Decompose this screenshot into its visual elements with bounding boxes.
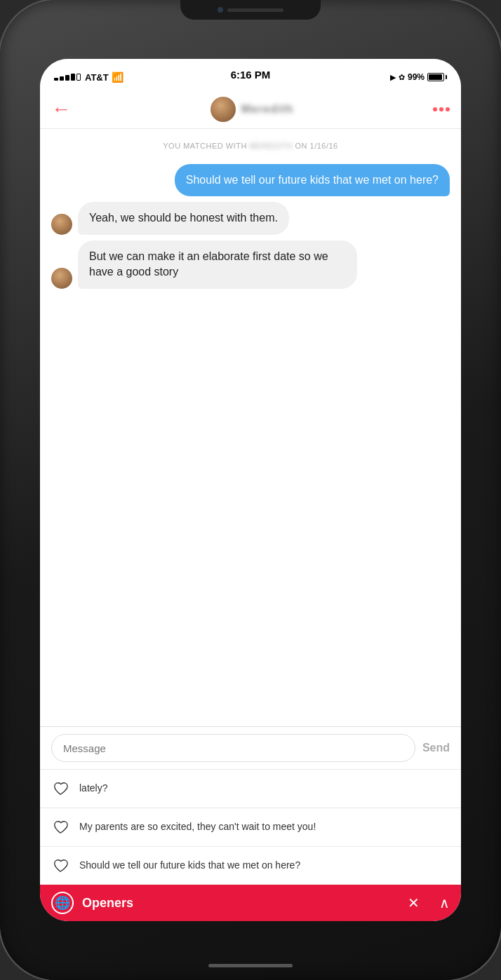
more-button[interactable]	[433, 107, 450, 111]
openers-label: Openers	[82, 896, 399, 911]
lately-text: lately?	[79, 782, 107, 796]
globe-symbol: 🌐	[55, 895, 70, 911]
avatar	[211, 97, 236, 122]
signal-bar-1	[54, 78, 58, 81]
opener-text-2: Should we tell our future kids that we m…	[79, 859, 300, 873]
globe-icon: 🌐	[51, 892, 74, 914]
up-button[interactable]: ∧	[439, 894, 450, 911]
status-time: 6:16 PM	[231, 69, 271, 81]
avatar-image	[211, 97, 236, 122]
home-indicator	[208, 964, 293, 967]
more-dot-2	[439, 107, 443, 111]
received-bubble-1: Yeah, we should be honest with them.	[78, 202, 289, 234]
send-button[interactable]: Send	[422, 742, 450, 754]
sender-avatar-2	[51, 268, 72, 289]
match-notice: YOU MATCHED WITH Meredith ON 1/16/16	[51, 142, 450, 150]
location-icon: ▶	[390, 73, 396, 82]
heart-icon-1	[51, 818, 69, 836]
battery-percent: 99%	[408, 72, 425, 82]
signal-bar-3	[65, 75, 69, 81]
status-left: AT&T 📶	[54, 72, 123, 83]
battery-indicator	[427, 73, 447, 81]
more-dot-3	[446, 107, 450, 111]
opener-text-1: My parents are so excited, they can't wa…	[79, 820, 316, 834]
signal-bar-5	[76, 74, 81, 81]
profile-name: Meredith	[241, 103, 294, 116]
match-name-blurred: Meredith	[249, 142, 295, 150]
camera-dot	[218, 7, 223, 13]
status-right: ▶ ✿ 99%	[390, 72, 447, 82]
message-row: But we can make it an elaborate first da…	[51, 240, 450, 289]
signal-bar-4	[71, 74, 75, 81]
bluetooth-icon: ✿	[399, 73, 405, 82]
back-button[interactable]: ←	[51, 98, 71, 121]
phone-notch	[180, 0, 321, 20]
more-dot-1	[433, 107, 437, 111]
openers-toolbar: 🌐 Openers ✕ ∧	[40, 885, 461, 921]
opener-item-1[interactable]: My parents are so excited, they can't wa…	[40, 808, 461, 846]
message-row: Should we tell our future kids that we m…	[51, 164, 450, 196]
signal-bar-2	[60, 76, 64, 81]
openers-lately-row: lately?	[40, 769, 461, 808]
phone-frame: AT&T 📶 6:16 PM ▶ ✿ 99% ←	[0, 0, 501, 980]
chat-area: YOU MATCHED WITH Meredith ON 1/16/16 Sho…	[40, 129, 461, 726]
heart-icon-lately	[51, 780, 69, 798]
app-header: ← Meredith	[40, 90, 461, 129]
signal-bars	[54, 74, 81, 81]
sent-bubble-1: Should we tell our future kids that we m…	[175, 164, 450, 196]
heart-icon-2	[51, 857, 69, 875]
speaker-bar	[227, 8, 283, 12]
input-area: Send	[40, 726, 461, 769]
phone-screen: AT&T 📶 6:16 PM ▶ ✿ 99% ←	[40, 59, 461, 921]
opener-item-2[interactable]: Should we tell our future kids that we m…	[40, 846, 461, 885]
carrier-label: AT&T	[85, 72, 109, 83]
wifi-icon: 📶	[112, 72, 123, 83]
sender-avatar	[51, 214, 72, 235]
status-bar: AT&T 📶 6:16 PM ▶ ✿ 99%	[40, 59, 461, 90]
openers-list: lately? My parents are so excited, they …	[40, 769, 461, 885]
message-input[interactable]	[51, 734, 415, 762]
message-row: Yeah, we should be honest with them.	[51, 202, 450, 234]
close-button[interactable]: ✕	[408, 894, 420, 911]
received-bubble-2: But we can make it an elaborate first da…	[78, 240, 357, 289]
header-center[interactable]: Meredith	[211, 97, 294, 122]
